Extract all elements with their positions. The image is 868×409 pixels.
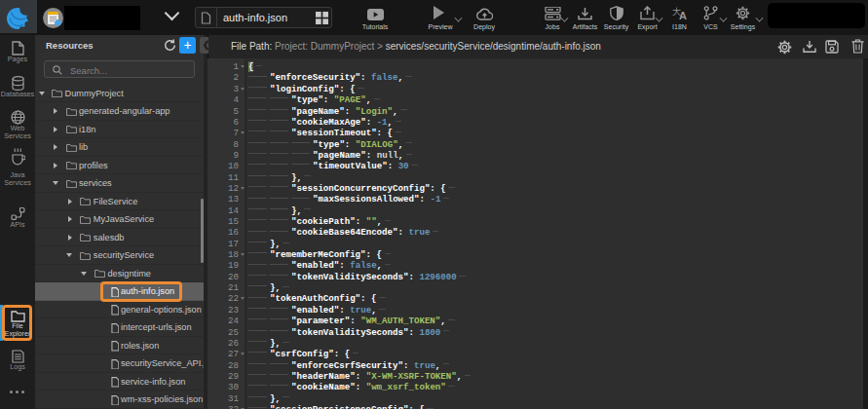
svg-text:A: A	[679, 10, 687, 20]
